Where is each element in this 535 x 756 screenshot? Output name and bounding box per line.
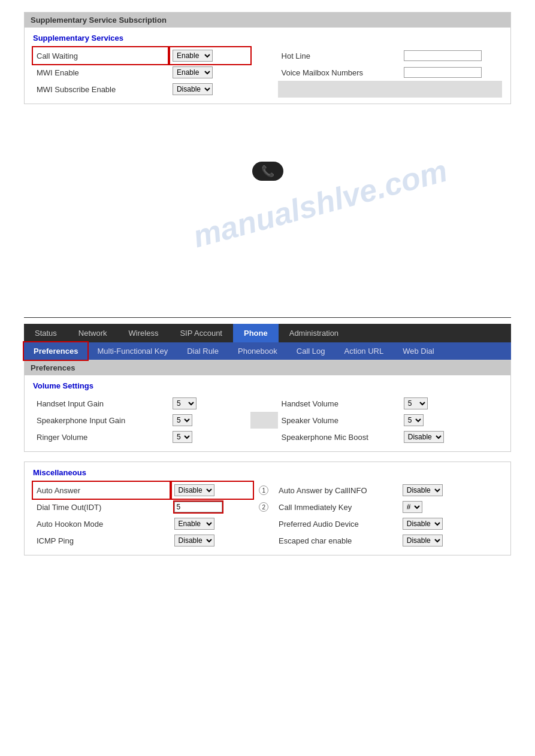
voice-mailbox-field[interactable] bbox=[404, 67, 482, 78]
call-immediately-key-select[interactable]: #* bbox=[403, 501, 422, 513]
preferred-audio-device-select[interactable]: DisableEnable bbox=[403, 518, 443, 530]
ringer-volume-control[interactable]: 51234 bbox=[169, 429, 250, 445]
ringer-volume-label: Ringer Volume bbox=[33, 429, 169, 445]
supplementary-table: Call Waiting Enable Disable Hot Line bbox=[33, 47, 502, 98]
sub-tab-multi-functional-key[interactable]: Multi-Functional Key bbox=[87, 342, 177, 360]
dial-timeout-control[interactable] bbox=[171, 499, 253, 515]
icmp-ping-control[interactable]: DisableEnable bbox=[171, 532, 253, 549]
volume-settings-title: Volume Settings bbox=[33, 381, 502, 390]
speakerphone-mic-boost-select[interactable]: DisableEnable bbox=[404, 431, 444, 443]
mwi-subscribe-label: MWI Subscribe Enable bbox=[33, 81, 169, 98]
section-title: Supplementary Services bbox=[33, 34, 502, 42]
main-nav: Status Network Wireless SIP Account Phon… bbox=[24, 324, 511, 342]
mwi-enable-label: MWI Enable bbox=[33, 64, 169, 81]
phone-icon: 📞 bbox=[252, 162, 283, 181]
handset-volume-select[interactable]: 51234 678910 bbox=[404, 397, 428, 409]
escaped-char-enable-label: Escaped char enable bbox=[275, 532, 399, 549]
speakerphone-input-gain-select[interactable]: 51234 bbox=[173, 414, 192, 426]
call-immediately-key-control[interactable]: #* bbox=[399, 499, 502, 515]
handset-input-gain-select[interactable]: 51234 678910 bbox=[173, 397, 197, 409]
table-row: MWI Enable Enable Disable Voice Mailbox … bbox=[33, 64, 502, 81]
tab-wireless[interactable]: Wireless bbox=[118, 324, 170, 342]
supplementary-section: Supplementary Service Subscription Suppl… bbox=[24, 12, 511, 104]
auto-hookon-select[interactable]: EnableDisable bbox=[174, 518, 214, 530]
table-row: Call Waiting Enable Disable Hot Line bbox=[33, 47, 502, 64]
table-row: ICMP Ping DisableEnable Escaped char ena… bbox=[33, 532, 502, 549]
handset-input-gain-control[interactable]: 51234 678910 bbox=[169, 395, 250, 412]
table-row: Ringer Volume 51234 Speakerphone Mic Boo… bbox=[33, 429, 502, 445]
ringer-volume-select[interactable]: 51234 bbox=[173, 431, 192, 443]
mwi-subscribe-control[interactable]: Disable Enable bbox=[169, 81, 250, 98]
sub-tab-preferences[interactable]: Preferences bbox=[24, 342, 87, 360]
speaker-volume-label: Speaker Volume bbox=[278, 412, 400, 429]
escaped-char-enable-select[interactable]: DisableEnable bbox=[403, 535, 443, 546]
handset-input-gain-label: Handset Input Gain bbox=[33, 395, 169, 412]
handset-volume-label: Handset Volume bbox=[278, 395, 400, 412]
speaker-volume-select[interactable]: 51234 bbox=[404, 414, 424, 426]
hot-line-input[interactable] bbox=[400, 47, 502, 64]
divider bbox=[24, 317, 511, 318]
auto-answer-callinfo-control[interactable]: DisableEnable bbox=[399, 482, 502, 499]
speakerphone-input-gain-control[interactable]: 51234 bbox=[169, 412, 250, 429]
voice-mailbox-input[interactable] bbox=[400, 64, 502, 81]
misc-content: Miscellaneous Auto Answer DisableEnable … bbox=[25, 462, 510, 555]
page-wrapper: Supplementary Service Subscription Suppl… bbox=[0, 0, 535, 567]
badge-1: 1 bbox=[259, 485, 268, 495]
preferences-content: Volume Settings Handset Input Gain 51234… bbox=[25, 375, 510, 451]
auto-answer-callinfo-select[interactable]: DisableEnable bbox=[403, 484, 443, 496]
auto-hookon-control[interactable]: EnableDisable bbox=[171, 515, 253, 532]
auto-answer-callinfo-label: Auto Answer by CallINFO bbox=[275, 482, 399, 499]
phone-icon-symbol: 📞 bbox=[261, 165, 274, 178]
nav-container: Status Network Wireless SIP Account Phon… bbox=[24, 324, 511, 360]
tab-phone[interactable]: Phone bbox=[233, 324, 279, 342]
icmp-ping-select[interactable]: DisableEnable bbox=[174, 535, 214, 546]
watermark-text: manualshlve.com bbox=[189, 153, 451, 255]
auto-answer-select[interactable]: DisableEnable bbox=[174, 484, 214, 496]
misc-table: Auto Answer DisableEnable 1 Auto Answer … bbox=[33, 482, 502, 549]
speakerphone-mic-boost-label: Speakerphone Mic Boost bbox=[278, 429, 400, 445]
preferred-audio-device-control[interactable]: DisableEnable bbox=[399, 515, 502, 532]
sub-tab-web-dial[interactable]: Web Dial bbox=[393, 342, 444, 360]
misc-title: Miscellaneous bbox=[33, 468, 502, 477]
watermark-area: 📞 manualshlve.com bbox=[24, 114, 511, 317]
mwi-enable-control[interactable]: Enable Disable bbox=[169, 64, 250, 81]
section-header: Supplementary Service Subscription bbox=[25, 13, 510, 28]
mwi-enable-select[interactable]: Enable Disable bbox=[173, 66, 213, 78]
preferences-section: Preferences Volume Settings Handset Inpu… bbox=[24, 360, 511, 452]
sub-nav: Preferences Multi-Functional Key Dial Ru… bbox=[24, 342, 511, 360]
icmp-ping-label: ICMP Ping bbox=[33, 532, 171, 549]
speaker-volume-control[interactable]: 51234 bbox=[400, 412, 502, 429]
table-row: Dial Time Out(IDT) 2 Call Immediately Ke… bbox=[33, 499, 502, 515]
call-waiting-control[interactable]: Enable Disable bbox=[169, 47, 250, 64]
table-row: MWI Subscribe Enable Disable Enable bbox=[33, 81, 502, 98]
auto-answer-control[interactable]: DisableEnable bbox=[171, 482, 253, 499]
call-waiting-select[interactable]: Enable Disable bbox=[173, 50, 213, 62]
speakerphone-mic-boost-control[interactable]: DisableEnable bbox=[400, 429, 502, 445]
escaped-char-enable-control[interactable]: DisableEnable bbox=[399, 532, 502, 549]
badge-2: 2 bbox=[259, 502, 268, 512]
tab-status[interactable]: Status bbox=[24, 324, 68, 342]
misc-section: Miscellaneous Auto Answer DisableEnable … bbox=[24, 462, 511, 555]
mwi-subscribe-select[interactable]: Disable Enable bbox=[173, 83, 213, 95]
table-row: Auto Hookon Mode EnableDisable Preferred… bbox=[33, 515, 502, 532]
voice-mailbox-label: Voice Mailbox Numbers bbox=[278, 64, 400, 81]
preferences-header: Preferences bbox=[25, 360, 510, 375]
volume-table: Handset Input Gain 51234 678910 Handset … bbox=[33, 395, 502, 445]
table-row: Speakerphone Input Gain 51234 Speaker Vo… bbox=[33, 412, 502, 429]
sub-tab-call-log[interactable]: Call Log bbox=[287, 342, 335, 360]
tab-network[interactable]: Network bbox=[68, 324, 118, 342]
section-content: Supplementary Services Call Waiting Enab… bbox=[25, 28, 510, 104]
call-waiting-label: Call Waiting bbox=[33, 47, 169, 64]
tab-sip-account[interactable]: SIP Account bbox=[169, 324, 233, 342]
sub-tab-dial-rule[interactable]: Dial Rule bbox=[177, 342, 228, 360]
sub-tab-phonebook[interactable]: Phonebook bbox=[228, 342, 287, 360]
tab-administration[interactable]: Administration bbox=[279, 324, 349, 342]
hot-line-label: Hot Line bbox=[278, 47, 400, 64]
auto-hookon-label: Auto Hookon Mode bbox=[33, 515, 171, 532]
call-immediately-key-label: Call Immediately Key bbox=[275, 499, 399, 515]
hot-line-field[interactable] bbox=[404, 50, 482, 61]
dial-timeout-label: Dial Time Out(IDT) bbox=[33, 499, 171, 515]
sub-tab-action-url[interactable]: Action URL bbox=[334, 342, 393, 360]
dial-timeout-input[interactable] bbox=[174, 502, 222, 512]
handset-volume-control[interactable]: 51234 678910 bbox=[400, 395, 502, 412]
